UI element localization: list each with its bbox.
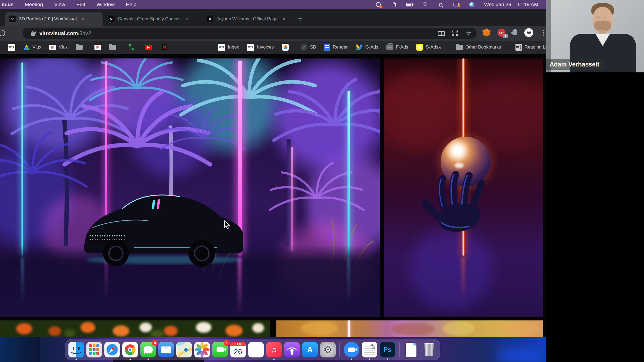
dock-safari[interactable] bbox=[104, 342, 120, 357]
tab-close-icon[interactable]: ✕ bbox=[282, 17, 286, 21]
bookmark-folder[interactable] bbox=[76, 45, 83, 50]
dock-mail[interactable] bbox=[158, 342, 174, 357]
bookmark-folder[interactable] bbox=[109, 45, 116, 50]
neon-car-graphic bbox=[67, 180, 250, 269]
textedit-icon: ✎ bbox=[362, 342, 377, 357]
bookmark-phone[interactable] bbox=[128, 44, 135, 51]
dock-maps[interactable] bbox=[176, 342, 192, 357]
bookmark-label: SB bbox=[310, 45, 316, 50]
menu-meeting[interactable]: Meeting bbox=[25, 2, 43, 8]
reload-icon[interactable] bbox=[0, 29, 6, 37]
youtube-icon bbox=[145, 45, 152, 50]
menu-bar-time[interactable]: 11:19 AM bbox=[517, 2, 538, 8]
tab-spotify-canvas[interactable]: V Canvas | Order Spotify Canvas ✕ bbox=[104, 12, 200, 26]
launchpad-icon bbox=[86, 342, 102, 357]
metamask-extension-icon[interactable] bbox=[482, 29, 491, 36]
gear-icon: ⚙ bbox=[320, 342, 336, 357]
document-icon bbox=[403, 342, 419, 357]
tab-divider bbox=[295, 16, 295, 23]
bookmark-render[interactable]: Render bbox=[324, 44, 348, 51]
photoshop-icon: Ps bbox=[380, 342, 395, 357]
bookmarks-overflow-chevron[interactable]: » bbox=[438, 44, 441, 50]
menu-view[interactable]: View bbox=[54, 2, 65, 8]
adblock-extension-icon[interactable]: ABP 1 bbox=[497, 29, 506, 37]
vlux-favicon: V bbox=[108, 16, 115, 22]
screen-recording-icon[interactable] bbox=[375, 1, 382, 8]
send-to-devices-icon[interactable] bbox=[438, 31, 444, 36]
bookmark-label: S-Ads bbox=[426, 45, 438, 50]
dock-photos[interactable] bbox=[194, 342, 210, 357]
bookmark-sb[interactable]: SB bbox=[301, 44, 316, 51]
menu-edit[interactable]: Edit bbox=[76, 2, 85, 8]
spotlight-search-icon[interactable] bbox=[437, 1, 444, 8]
chrome-menu-icon[interactable]: ⋮ bbox=[540, 29, 547, 36]
netflix-icon: N bbox=[162, 44, 167, 50]
bookmark-netflix[interactable]: N bbox=[162, 44, 167, 50]
browser-toolbar: vluxvisual.com /3dv2 ☆ ABP 1 AV ⋮ bbox=[0, 26, 546, 41]
bookmarks-bar: V WIX Vlux MVlux M N WIXInbox WIXInvoice… bbox=[0, 41, 546, 54]
wix-icon: WIX bbox=[218, 44, 225, 51]
bookmark-s-ads[interactable]: S-Ads bbox=[416, 44, 438, 51]
url-domain: vluxvisual.com bbox=[39, 30, 78, 36]
calendar-month: JAN bbox=[230, 342, 246, 346]
wifi-icon[interactable] bbox=[422, 1, 428, 8]
zoom-icon bbox=[344, 342, 359, 357]
new-tab-button[interactable]: + bbox=[298, 15, 302, 23]
dock-zoom[interactable] bbox=[344, 342, 359, 357]
menu-window[interactable]: Window bbox=[97, 2, 115, 8]
adblock-label: ABP bbox=[499, 31, 504, 34]
bookmark-wix-inbox[interactable]: WIXInbox bbox=[218, 44, 239, 51]
bookmark-vlux-drive[interactable]: Vlux bbox=[23, 45, 41, 50]
dock-finder[interactable] bbox=[68, 342, 84, 357]
battery-icon[interactable] bbox=[406, 1, 413, 8]
portfolio-image-hand-orb bbox=[384, 58, 543, 317]
dock-app-store[interactable]: A bbox=[302, 342, 318, 357]
bookmark-youtube[interactable] bbox=[145, 45, 152, 50]
url-path: /3dv2 bbox=[78, 30, 91, 36]
tab-close-icon[interactable]: ✕ bbox=[185, 17, 188, 21]
menu-bar-date[interactable]: Wed Jan 26 bbox=[484, 2, 511, 8]
app-name-zoom[interactable]: m.us bbox=[2, 2, 13, 8]
blue-doc-icon bbox=[324, 44, 330, 51]
dock-textedit[interactable]: ✎ bbox=[362, 342, 377, 357]
tab-close-icon[interactable]: ✕ bbox=[81, 17, 85, 21]
bookmark-g-ads[interactable]: G-Ads bbox=[356, 44, 378, 50]
bookmark-star-icon[interactable]: ☆ bbox=[466, 29, 472, 37]
bookmark-wix-invoices[interactable]: WIXInvoices bbox=[247, 44, 274, 51]
bookmark-label: Vlux bbox=[32, 45, 41, 50]
tab-3d-portfolio[interactable]: V 3D Portfolio 2.0 | Vlux Visual ✕ bbox=[5, 12, 103, 26]
dock-system-preferences[interactable]: ⚙ bbox=[320, 342, 336, 357]
vlux-favicon: V bbox=[9, 16, 16, 22]
hand-graphic bbox=[416, 159, 504, 237]
tab-jayson-williams[interactable]: V Jayson Williams | Offical Page ✕ bbox=[203, 12, 294, 26]
siri-icon[interactable] bbox=[469, 1, 475, 8]
bookmark-app[interactable] bbox=[282, 44, 289, 51]
display-icon[interactable] bbox=[453, 1, 459, 8]
dock-chrome[interactable] bbox=[122, 342, 138, 357]
do-not-disturb-moon-icon[interactable] bbox=[391, 1, 397, 8]
dock-messages[interactable]: 8 bbox=[140, 342, 156, 357]
other-bookmarks[interactable]: Other Bookmarks bbox=[456, 45, 501, 50]
dock-facetime[interactable]: 1 bbox=[212, 342, 228, 357]
qr-code-icon[interactable] bbox=[452, 31, 458, 36]
address-bar[interactable]: vluxvisual.com /3dv2 ☆ bbox=[23, 28, 477, 39]
reading-list[interactable]: Reading List bbox=[515, 44, 550, 51]
bookmark-gmail[interactable]: M bbox=[94, 45, 101, 50]
tab-title: Jayson Williams | Offical Page bbox=[217, 16, 278, 22]
dock-music[interactable]: ♫ bbox=[266, 342, 282, 357]
bookmark-vlux-gmail[interactable]: MVlux bbox=[49, 45, 68, 50]
bookmark-wix[interactable]: WIX bbox=[8, 44, 15, 51]
extensions-puzzle-icon[interactable] bbox=[513, 30, 517, 35]
dock-document[interactable] bbox=[403, 342, 419, 357]
profile-avatar[interactable]: AV bbox=[524, 28, 533, 37]
dock-calendar[interactable]: JAN 26 bbox=[230, 342, 246, 357]
dock-podcasts[interactable] bbox=[284, 342, 300, 357]
menu-help[interactable]: Help bbox=[126, 2, 136, 8]
bookmark-f-ads[interactable]: F-Ads bbox=[386, 45, 408, 50]
dock-launchpad[interactable] bbox=[86, 342, 102, 357]
dock-photoshop[interactable]: Ps bbox=[380, 342, 395, 357]
wix-icon: WIX bbox=[8, 44, 15, 51]
dock-notes[interactable] bbox=[248, 342, 264, 357]
dock-trash[interactable] bbox=[421, 342, 437, 357]
participant-eye bbox=[597, 17, 600, 17]
